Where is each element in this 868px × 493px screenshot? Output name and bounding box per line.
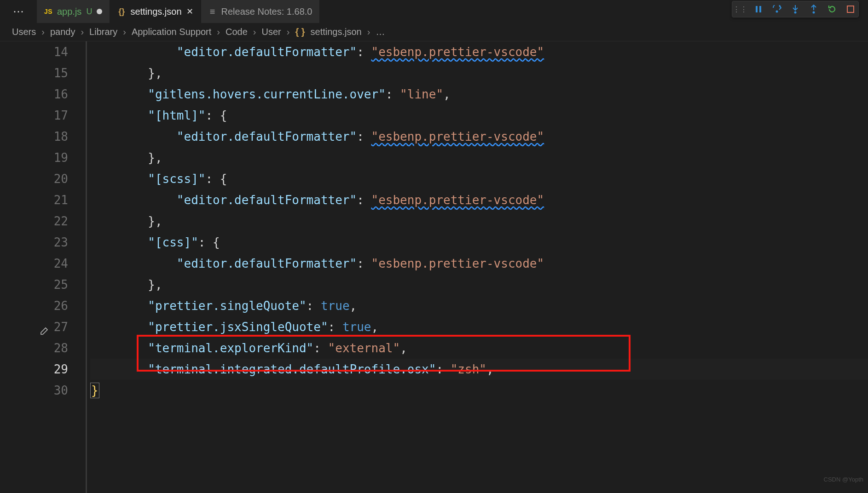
line-number: 21 xyxy=(0,189,68,211)
code-line[interactable]: "prettier.singleQuote": true, xyxy=(90,295,868,316)
git-status-badge: U xyxy=(86,7,92,17)
line-number: 20 xyxy=(0,168,68,189)
tab-bar: ⋯ JS app.js U {} settings.json ✕ ≡ Relea… xyxy=(0,0,868,23)
code-line[interactable]: }, xyxy=(90,63,868,84)
code-line[interactable]: "editor.defaultFormatter": "esbenp.prett… xyxy=(90,126,868,147)
tab-overflow-button[interactable]: ⋯ xyxy=(0,0,37,23)
breadcrumb[interactable]: Users› pandy› Library› Application Suppo… xyxy=(0,23,868,41)
breadcrumb-segment[interactable]: Code xyxy=(226,27,248,37)
svg-rect-0 xyxy=(756,6,758,12)
json-file-icon: { } xyxy=(295,27,305,37)
chevron-right-icon: › xyxy=(41,27,45,37)
code-line[interactable]: "[css]": { xyxy=(90,232,868,253)
code-line[interactable]: "prettier.jsxSingleQuote": true, xyxy=(90,316,868,338)
breadcrumb-segment[interactable]: Application Support xyxy=(132,27,211,37)
line-number: 29 xyxy=(0,359,68,380)
code-line[interactable]: }, xyxy=(90,211,868,232)
breadcrumb-overflow[interactable]: … xyxy=(376,27,385,37)
code-line[interactable]: "editor.defaultFormatter": "esbenp.prett… xyxy=(90,189,868,211)
tab-label: Release Notes: 1.68.0 xyxy=(221,6,312,17)
line-number: 26 xyxy=(0,295,68,316)
line-number-gutter: 1415161718192021222324252627282930 xyxy=(0,41,86,493)
line-number: 17 xyxy=(0,105,68,126)
svg-point-2 xyxy=(776,11,778,13)
line-number: 22 xyxy=(0,211,68,232)
line-number: 30 xyxy=(0,380,68,401)
breadcrumb-segment[interactable]: Users xyxy=(12,27,36,37)
code-content[interactable]: "editor.defaultFormatter": "esbenp.prett… xyxy=(86,41,868,493)
chevron-right-icon: › xyxy=(217,27,220,37)
chevron-right-icon: › xyxy=(253,27,256,37)
edit-glyph-icon xyxy=(40,321,49,342)
unsaved-indicator-icon xyxy=(97,9,102,14)
code-editor[interactable]: 1415161718192021222324252627282930 "edit… xyxy=(0,41,868,493)
line-number: 19 xyxy=(0,147,68,168)
step-out-icon[interactable] xyxy=(809,4,819,14)
code-line[interactable]: "[html]": { xyxy=(90,105,868,126)
line-number: 25 xyxy=(0,274,68,295)
code-line[interactable]: "editor.defaultFormatter": "esbenp.prett… xyxy=(90,41,868,63)
drag-handle-icon[interactable]: ⋮⋮ xyxy=(735,4,745,14)
line-number: 18 xyxy=(0,126,68,147)
tab-app-js[interactable]: JS app.js U xyxy=(37,0,110,23)
tab-label: app.js xyxy=(57,6,81,17)
chevron-right-icon: › xyxy=(123,27,126,37)
restart-icon[interactable] xyxy=(827,4,837,14)
stop-icon[interactable] xyxy=(845,4,856,14)
watermark-text: CSDN @Yopth xyxy=(824,469,863,490)
line-number: 24 xyxy=(0,253,68,274)
close-tab-icon[interactable]: ✕ xyxy=(186,6,193,17)
line-number: 15 xyxy=(0,63,68,84)
line-number: 23 xyxy=(0,232,68,253)
breadcrumb-segment[interactable]: pandy xyxy=(50,27,75,37)
code-line[interactable]: "editor.defaultFormatter": "esbenp.prett… xyxy=(90,253,868,274)
svg-point-4 xyxy=(794,11,797,14)
svg-rect-1 xyxy=(759,6,761,12)
code-line[interactable]: "terminal.explorerKind": "external", xyxy=(90,338,868,359)
step-into-icon[interactable] xyxy=(790,4,800,14)
code-line[interactable]: } xyxy=(90,380,868,401)
pause-icon[interactable] xyxy=(753,4,764,14)
line-number: 27 xyxy=(0,316,68,338)
chevron-right-icon: › xyxy=(367,27,370,37)
line-number: 14 xyxy=(0,41,68,63)
svg-point-6 xyxy=(813,11,815,14)
tab-settings-json[interactable]: {} settings.json ✕ xyxy=(110,0,201,23)
chevron-right-icon: › xyxy=(287,27,290,37)
breadcrumb-segment[interactable]: User xyxy=(262,27,281,37)
line-number: 28 xyxy=(0,338,68,359)
breadcrumb-segment[interactable]: Library xyxy=(89,27,117,37)
code-line[interactable]: }, xyxy=(90,147,868,168)
code-line[interactable]: "terminal.integrated.defaultProfile.osx"… xyxy=(90,359,868,380)
tab-label: settings.json xyxy=(130,6,181,17)
release-notes-icon: ≡ xyxy=(208,7,217,16)
line-number: 16 xyxy=(0,84,68,105)
code-line[interactable]: "gitlens.hovers.currentLine.over": "line… xyxy=(90,84,868,105)
debug-toolbar[interactable]: ⋮⋮ xyxy=(732,1,859,17)
breadcrumb-segment[interactable]: settings.json xyxy=(311,27,362,37)
code-line[interactable]: "[scss]": { xyxy=(90,168,868,189)
step-over-icon[interactable] xyxy=(772,4,782,14)
code-line[interactable]: }, xyxy=(90,274,868,295)
tab-release-notes[interactable]: ≡ Release Notes: 1.68.0 xyxy=(201,0,320,23)
json-file-icon: {} xyxy=(117,7,126,16)
chevron-right-icon: › xyxy=(81,27,84,37)
javascript-file-icon: JS xyxy=(44,7,52,16)
